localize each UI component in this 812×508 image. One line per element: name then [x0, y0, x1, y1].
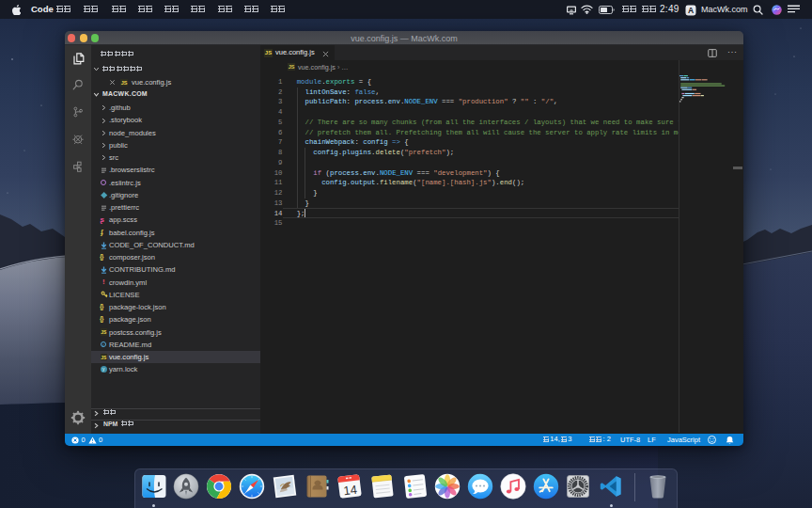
svg-text:14: 14 [343, 483, 358, 499]
svg-text:A: A [688, 6, 694, 15]
